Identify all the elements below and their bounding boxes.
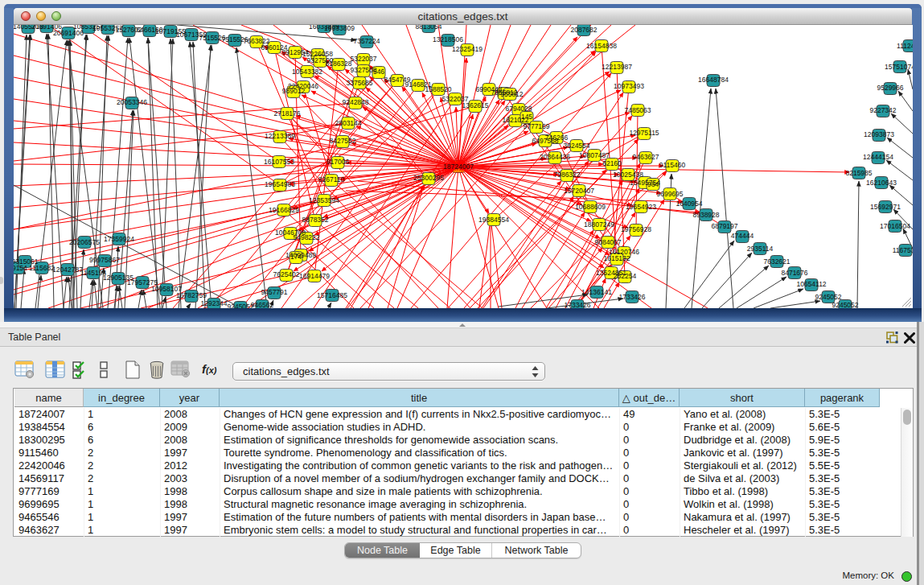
svg-text:8878352: 8878352 [302,216,328,224]
svg-text:7632621: 7632621 [763,257,790,266]
svg-text:62160: 62160 [602,159,622,167]
svg-text:18807249: 18807249 [584,220,614,229]
svg-text:7955812: 7955812 [496,90,523,98]
svg-text:12213389: 12213389 [265,132,295,140]
svg-text:10973493: 10973493 [614,82,644,90]
svg-text:8471676: 8471676 [781,269,807,277]
svg-text:19654923: 19654923 [626,203,656,211]
svg-text:1292344: 1292344 [200,299,227,307]
svg-text:946562: 946562 [251,301,274,308]
svg-text:12042787: 12042787 [52,266,83,274]
svg-text:9457791: 9457791 [261,288,287,296]
svg-text:1733426: 1733426 [618,293,645,301]
svg-text:9699695: 9699695 [656,190,683,198]
svg-text:19654983: 19654983 [265,180,295,188]
svg-text:12444154: 12444154 [863,153,893,161]
svg-text:16033809: 16033809 [324,25,355,32]
svg-text:10688609: 10688609 [575,203,606,211]
svg-text:16648784: 16648784 [698,76,729,84]
svg-text:9777169: 9777169 [523,122,549,130]
svg-text:9245052: 9245052 [832,301,858,308]
svg-text:9245052: 9245052 [815,293,841,301]
svg-text:252254: 252254 [614,272,637,280]
svg-text:10654112: 10654112 [796,280,826,288]
svg-text:12353594: 12353594 [309,196,339,204]
svg-text:1588520: 1588520 [425,85,451,93]
svg-text:25300295: 25300295 [413,174,444,182]
svg-text:2718176: 2718176 [273,109,300,117]
svg-text:12325419: 12325419 [452,45,483,53]
svg-text:9245052: 9245052 [227,303,253,308]
svg-text:7357224: 7357224 [353,37,380,45]
svg-text:6497568: 6497568 [532,137,558,145]
svg-text:9115460: 9115460 [659,161,686,169]
svg-text:16914479: 16914479 [299,272,330,280]
svg-text:10543382: 10543382 [292,68,322,76]
svg-text:16210643: 16210643 [866,179,897,187]
svg-text:9242848: 9242848 [342,98,368,106]
svg-text:19166829: 19166829 [269,206,299,214]
svg-text:917006: 917006 [326,158,350,166]
svg-text:145: 145 [521,113,532,121]
svg-text:15751074: 15751074 [885,63,913,71]
svg-text:15720407: 15720407 [564,187,594,195]
svg-text:12213987: 12213987 [602,63,632,71]
svg-text:13218506: 13218506 [433,35,463,43]
svg-text:15716485: 15716485 [317,291,347,299]
svg-text:15692971: 15692971 [870,203,901,211]
svg-text:10025438: 10025438 [613,171,643,179]
svg-text:20053346: 20053346 [117,98,147,106]
svg-text:12975115: 12975115 [629,129,659,137]
svg-text:9227342: 9227342 [869,106,896,114]
svg-text:8427552: 8427552 [329,137,355,145]
svg-text:546: 546 [373,68,384,76]
svg-text:3375685: 3375685 [346,79,372,87]
svg-text:8267110: 8267110 [318,175,345,183]
svg-text:7986322: 7986322 [553,171,580,179]
svg-text:17359924: 17359924 [104,235,134,243]
svg-text:9084067: 9084067 [594,238,621,246]
svg-text:16154838: 16154838 [586,42,617,50]
svg-text:2087682: 2087682 [570,26,597,34]
svg-text:17016504: 17016504 [880,222,910,230]
svg-text:7485063: 7485063 [624,106,651,114]
svg-text:2803144: 2803144 [335,119,361,127]
svg-text:16107553: 16107553 [264,158,294,166]
svg-text:8938928: 8938928 [692,211,719,219]
svg-text:1640954: 1640954 [676,200,702,208]
svg-text:984: 984 [647,180,659,188]
svg-text:1733426: 1733426 [564,301,590,308]
svg-text:19756928: 19756928 [621,225,651,233]
svg-text:6879197: 6879197 [711,222,737,230]
svg-text:9463627: 9463627 [632,153,659,161]
svg-text:19384554: 19384554 [478,216,509,224]
svg-text:5322037: 5322037 [350,55,376,63]
svg-text:18724007: 18724007 [443,163,474,171]
svg-text:9529966: 9529966 [877,84,903,92]
svg-text:14136141: 14136141 [581,288,612,296]
svg-text:20364436: 20364436 [540,153,570,161]
svg-text:2935114: 2935114 [747,245,774,253]
svg-text:8186328: 8186328 [325,60,351,68]
svg-text:8813054: 8813054 [415,25,441,31]
svg-text:474444: 474444 [731,232,754,240]
svg-text:12093873: 12093873 [864,130,894,138]
svg-text:1362615: 1362615 [462,101,488,109]
svg-text:989012: 989012 [282,87,306,95]
svg-text:5498222: 5498222 [293,233,319,241]
svg-text:1167533: 1167533 [893,246,913,254]
svg-text:6794028: 6794028 [505,105,532,113]
svg-text:1615132: 1615132 [603,254,630,262]
svg-text:7625402: 7625402 [273,270,299,278]
svg-text:16782759: 16782759 [176,291,207,299]
svg-text:1112481: 1112481 [897,42,913,50]
svg-text:20206575: 20206575 [69,238,100,246]
svg-text:10807487: 10807487 [579,151,610,159]
svg-text:99975867: 99975867 [89,256,120,264]
svg-text:174: 174 [290,253,302,261]
svg-text:3624554: 3624554 [563,142,589,150]
svg-text:8215985: 8215985 [845,169,872,177]
svg-text:1115682: 1115682 [29,264,55,272]
